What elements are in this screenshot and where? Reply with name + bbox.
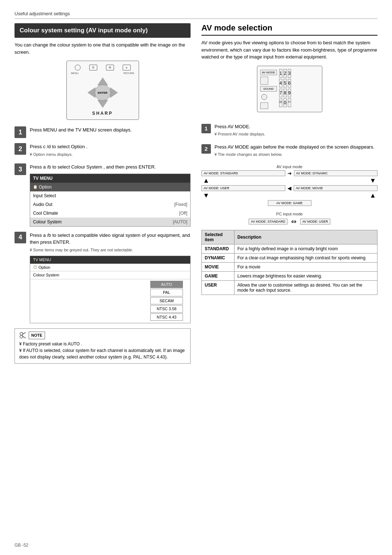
step-4-number: 4 [15,232,26,243]
av-mode-button: AV MODE [260,70,277,75]
submenu-option-label: Option [38,264,50,271]
key-subtitle: ⊡ [279,98,282,107]
flow-movie: AV MODE: MOVIE [294,185,377,191]
right-step-1-number: 1 [201,124,211,133]
desc-row-standard: STANDARD For a highly defined image in a… [202,244,377,253]
key-1: 1 [279,69,282,78]
step-2-content: Press c /d to select Option . ¥ Option m… [30,143,191,158]
right-remote-control: AV MODE SOUND 1 2 3 [257,66,322,112]
left-column: Colour system setting (AV input mode onl… [15,23,191,364]
menu-label: MENU [71,72,79,74]
tv-menu-table: TV MENU 📋 Option Input Select [30,174,191,227]
flow-dynamic: AV MODE: DYNAMIC [294,170,378,176]
left-intro-text: You can change the colour system to one … [15,41,191,56]
dpad-right [110,87,118,98]
tv-menu-colour-system-row: Colour System [AUTO] [30,218,191,227]
remote-control: ⊡ ⊟ ≡ MENU RETURN [66,61,139,120]
arrow-up-1: ▲ [201,177,290,185]
submenu-secam: SECAM [150,297,183,305]
desc-game-desc: Lowers image brightness for easier viewi… [234,271,377,280]
note-scissors-icon [19,332,26,339]
desc-col1-header: Selected item [202,230,234,244]
desc-standard-desc: For a highly defined image in a normally… [234,244,377,253]
dpad-enter: ENTER [95,85,111,101]
return-label: RETURN [123,72,134,74]
remote-icon-1: ⊡ [89,65,97,70]
desc-dynamic-desc: For a clear-cut image emphasising high c… [234,253,377,262]
note-item-2: ¥ If AUTO is selected, colour system for… [19,347,186,360]
pc-input-mode-label: PC input mode [201,212,377,216]
numpad-grid: 1 2 3 4 5 6 7 8 9 ⊡ 0 ↩ [279,69,291,109]
desc-table-header: Selected item Description [202,230,377,244]
desc-row-movie: MOVIE For a movie [202,262,377,271]
svg-point-1 [20,335,23,338]
note-label: NOTE [29,332,45,339]
submenu-option-icon: 📋 [33,265,37,270]
dpad-left [87,87,95,98]
desc-row-game: GAME Lowers image brightness for easier … [202,271,377,280]
step-1-number: 1 [15,126,26,138]
record-circle [261,94,267,100]
key-0: 0 [283,98,287,107]
right-step-2-number: 2 [201,144,211,154]
step-3-number: 3 [15,163,26,175]
submenu-auto: AUTO [150,281,183,288]
tv-menu-header-row: TV MENU [30,174,191,183]
av-input-mode-label: AV input mode [201,165,377,169]
page-number: GB -52 [15,543,28,548]
key-8: 8 [283,89,287,97]
flow-game: AV MODE: GAME [268,200,311,206]
step-3-content: Press a /b to select Colour System , and… [30,163,191,227]
pc-flow: AV MODE: STANDARD ⇔ AV MODE: USER [201,218,377,226]
flow-standard: AV MODE: STANDARD [201,170,285,176]
arrow-down-2: ▼ [201,192,290,199]
right-step-1: 1 Press AV MODE. ¥ Present AV mode displ… [201,123,377,138]
arrow-right-1: ➔ [285,170,294,176]
sharp-brand: SHARP [70,111,135,116]
step-1: 1 Press MENU and the TV MENU screen disp… [15,126,191,138]
remote-icon-3: ≡ [123,65,131,70]
right-intro-text: AV mode gives you five viewing options t… [201,39,377,61]
page-title: Useful adjustment settings [15,11,377,19]
dpad-down [97,100,108,108]
arrow-down-1: ▼ [290,177,378,185]
desc-col2-header: Description [234,230,377,244]
flow-user: AV MODE: USER [201,185,285,191]
step-2-number: 2 [15,143,26,155]
right-column: AV mode selection AV mode gives you five… [201,23,377,295]
step-4: 4 Press a /b to select a compatible vide… [15,232,191,324]
remote-right-side-buttons: AV MODE SOUND [260,69,277,109]
right-step-1-content: Press AV MODE. ¥ Present AV mode display… [215,123,377,138]
extra-btn [260,102,268,109]
submenu-colour-system-label: Colour System [30,271,190,279]
submenu-header: TV MENU [30,256,190,264]
step-1-content: Press MENU and the TV MENU screen displa… [30,126,191,135]
svg-point-0 [20,332,23,335]
key-5: 5 [283,79,287,88]
key-recall: ↩ [288,98,291,107]
flow-game-row: AV MODE: GAME [201,200,377,206]
key-9: 9 [288,89,291,97]
description-table: Selected item Description STANDARD For a… [201,230,377,295]
pc-flow-double-arrow: ⇔ [291,218,297,226]
desc-game-item: GAME [202,271,234,280]
tv-menu-option-row: 📋 Option [30,183,191,191]
remote-illustration: ⊡ ⊟ ≡ MENU RETURN [15,61,191,120]
sound-button: SOUND [260,86,277,92]
key-2: 2 [283,69,287,78]
arrow-up-2: ▲ [290,192,378,199]
desc-movie-item: MOVIE [202,262,234,271]
right-section-header: AV mode selection [201,23,377,36]
desc-dynamic-item: DYNAMIC [202,253,234,262]
step-3: 3 Press a /b to select Colour System , a… [15,163,191,227]
tv-menu-cool-climate-row: Cool Climate [Off] [30,209,191,218]
step-4-content: Press a /b to select a compatible video … [30,232,191,324]
submenu-ntsc358: NTSC 3.58 [150,305,183,313]
left-section-header: Colour system setting (AV input mode onl… [15,23,191,38]
key-7: 7 [279,89,282,97]
desc-row-user: USER Allows the user to customise settin… [202,280,377,295]
key-6: 6 [288,79,291,88]
pc-flow-standard: AV MODE: STANDARD [249,219,287,224]
submenu-illustration: TV MENU 📋 Option Colour System AUTO PAL … [30,256,191,323]
option-icon: 📋 [33,184,37,190]
